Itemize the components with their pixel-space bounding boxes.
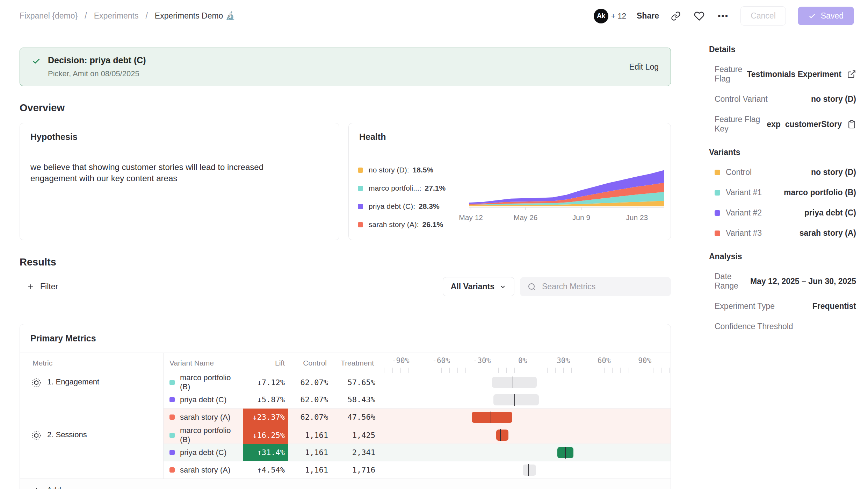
search-icon xyxy=(528,283,536,291)
legend-item: priya debt (C): 28.3% xyxy=(358,202,464,211)
detail-row-control-variant: Control Variant no story (D) xyxy=(709,94,856,104)
variant-color-dot xyxy=(169,380,175,385)
chevron-down-icon xyxy=(499,283,506,290)
treatment-value: 47.56% xyxy=(330,409,377,426)
variant-row-2: Variant #2 priya debt (C) xyxy=(709,208,856,218)
treatment-value: 1,425 xyxy=(330,426,377,444)
clipboard-copy-icon[interactable] xyxy=(847,120,856,129)
avatar[interactable]: Ak xyxy=(594,9,608,23)
saved-button[interactable]: Saved xyxy=(798,7,854,25)
column-header-control: Control xyxy=(288,353,330,373)
control-value: 62.07% xyxy=(288,373,330,391)
collaborator-avatars[interactable]: Ak + 12 xyxy=(594,9,626,23)
table-row[interactable]: priya debt (C) ↓5.87% 62.07% 58.43% xyxy=(164,391,671,408)
control-value: 1,161 xyxy=(288,461,330,479)
axis-label: -90% xyxy=(392,356,410,365)
table-row[interactable]: sarah story (A) ↑4.54% 1,161 1,716 xyxy=(164,461,671,479)
variant-color-dot xyxy=(169,450,175,455)
lift-value: ↑31.4% xyxy=(243,444,288,461)
metric-cell[interactable]: 1. Engagement xyxy=(20,373,164,426)
results-heading: Results xyxy=(20,256,671,268)
treatment-value: 58.43% xyxy=(330,391,377,408)
legend-swatch xyxy=(358,204,363,209)
link-icon xyxy=(671,11,681,21)
search-metrics[interactable] xyxy=(520,277,671,296)
favorite-button[interactable] xyxy=(693,9,706,23)
metric-group-engagement: 1. Engagement marco portfolio (B) ↓7.12%… xyxy=(20,373,671,426)
hypothesis-card: Hypothesis we believe that showing custo… xyxy=(20,123,339,240)
variant-swatch xyxy=(715,190,720,196)
health-card: Health no story (D): 18.5% marco portfol… xyxy=(348,123,671,240)
lift-value: ↓23.37% xyxy=(243,409,288,426)
more-menu-button[interactable]: ••• xyxy=(716,10,730,22)
hypothesis-text[interactable]: we believe that showing customer stories… xyxy=(20,151,320,194)
variant-name: priya debt (C) xyxy=(180,448,226,457)
decision-banner: Decision: priya debt (C) Picker, Amit on… xyxy=(20,48,671,86)
decision-title: Decision: priya debt (C) xyxy=(48,55,146,65)
collaborator-count: + 12 xyxy=(611,12,626,21)
x-axis-label: May 12 xyxy=(459,213,483,222)
variant-name: priya debt (C) xyxy=(180,395,226,404)
add-metric-button[interactable]: Add xyxy=(20,479,671,489)
variant-color-dot xyxy=(169,467,175,473)
variants-dropdown[interactable]: All Variants xyxy=(443,277,514,296)
feature-flag-link[interactable]: Testimonials Experiment xyxy=(747,70,841,79)
copy-link-button[interactable] xyxy=(670,10,682,22)
metric-cell[interactable]: 2. Sessions xyxy=(20,426,164,479)
variant-name: sarah story (A) xyxy=(180,413,230,422)
x-axis-label: Jun 23 xyxy=(626,213,648,222)
confidence-interval-bar xyxy=(377,409,671,426)
legend-item: sarah story (A): 26.1% xyxy=(358,220,464,229)
table-row[interactable]: marco portfolio (B) ↓16.25% 1,161 1,425 xyxy=(164,426,671,444)
legend-item: no story (D): 18.5% xyxy=(358,166,464,174)
breadcrumb-separator: / xyxy=(145,11,147,21)
topbar: Fixpanel {demo} / Experiments / Experime… xyxy=(0,0,868,32)
analysis-heading: Analysis xyxy=(709,252,856,261)
variants-heading: Variants xyxy=(709,148,856,157)
variant-swatch xyxy=(715,231,720,236)
heart-icon xyxy=(694,11,704,21)
axis-label: -30% xyxy=(473,356,491,365)
breadcrumb-project[interactable]: Fixpanel {demo} xyxy=(20,11,78,21)
confidence-interval-bar xyxy=(377,444,671,461)
column-header-variant: Variant Name xyxy=(164,353,243,373)
analysis-row-experiment-type: Experiment Type Frequentist xyxy=(709,302,856,311)
search-input[interactable] xyxy=(541,282,663,292)
share-button[interactable]: Share xyxy=(637,11,659,21)
overview-heading: Overview xyxy=(20,102,671,114)
variant-row-3: Variant #3 sarah story (A) xyxy=(709,228,856,238)
legend-swatch xyxy=(358,222,363,227)
external-link-icon[interactable] xyxy=(847,70,856,79)
table-row[interactable]: marco portfolio (B) ↓7.12% 62.07% 57.65% xyxy=(164,373,671,391)
cancel-button[interactable]: Cancel xyxy=(740,6,786,26)
analysis-row-confidence-threshold: Confidence Threshold xyxy=(709,322,856,331)
table-row[interactable]: sarah story (A) ↓23.37% 62.07% 47.56% xyxy=(164,408,671,426)
table-row[interactable]: priya debt (C) ↑31.4% 1,161 2,341 xyxy=(164,444,671,461)
axis-label: 0% xyxy=(518,356,527,365)
health-legend: no story (D): 18.5% marco portfoli...: 2… xyxy=(358,158,464,229)
main-content: Decision: priya debt (C) Picker, Amit on… xyxy=(0,32,695,489)
check-icon xyxy=(32,57,41,78)
confidence-interval-bar xyxy=(377,426,671,444)
details-sidebar: Details Feature Flag Testimonials Experi… xyxy=(695,32,868,489)
hypothesis-title: Hypothesis xyxy=(20,123,339,151)
metric-target-icon xyxy=(31,377,42,388)
details-heading: Details xyxy=(709,45,856,54)
legend-swatch xyxy=(358,186,363,191)
breadcrumb-separator: / xyxy=(85,11,87,21)
axis-label: 30% xyxy=(557,356,570,365)
divider xyxy=(20,307,671,307)
edit-log-button[interactable]: Edit Log xyxy=(629,62,659,72)
add-filter-button[interactable]: Filter xyxy=(20,282,60,292)
control-value: 62.07% xyxy=(288,409,330,426)
breadcrumb-experiments[interactable]: Experiments xyxy=(94,11,139,21)
lift-value: ↓5.87% xyxy=(243,391,288,408)
axis-label: 60% xyxy=(598,356,611,365)
variant-row-control: Control no story (D) xyxy=(709,168,856,177)
legend-item: marco portfoli...: 27.1% xyxy=(358,184,464,192)
column-header-lift: Lift xyxy=(243,353,288,373)
plus-icon xyxy=(27,283,35,291)
confidence-interval-bar xyxy=(377,373,671,391)
column-header-treatment: Treatment xyxy=(330,353,377,373)
control-value: 1,161 xyxy=(288,426,330,444)
